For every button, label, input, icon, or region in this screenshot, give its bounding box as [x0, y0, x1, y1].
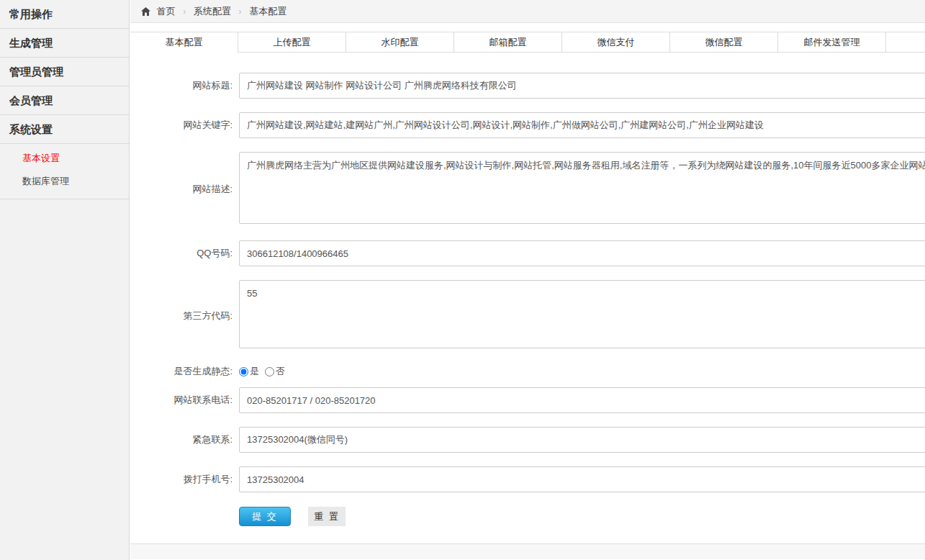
tab-bar: 基本配置 上传配置 水印配置 邮箱配置 微信支付 微信配置 邮件发送管理 — [130, 32, 925, 53]
submit-button[interactable]: 提 交 — [239, 507, 291, 526]
qq-input[interactable] — [239, 240, 925, 266]
breadcrumb-system-config[interactable]: 系统配置 — [194, 6, 231, 17]
static-gen-label: 是否生成静态: — [130, 365, 236, 378]
static-gen-no-label: 否 — [276, 365, 285, 378]
keywords-input[interactable] — [239, 112, 925, 138]
static-gen-no-radio[interactable] — [265, 367, 274, 376]
sidebar-item-admin-mgmt[interactable]: 管理员管理 — [0, 58, 129, 86]
static-gen-yes-radio[interactable] — [239, 367, 248, 376]
sidebar-item-generate-mgmt[interactable]: 生成管理 — [0, 29, 129, 58]
dial-mobile-input[interactable] — [239, 466, 925, 492]
sidebar-item-system-settings[interactable]: 系统设置 — [0, 115, 129, 144]
form-row-static-gen: 是否生成静态: 是 否 — [130, 365, 925, 378]
third-party-code-textarea[interactable]: 55 — [239, 280, 925, 348]
sidebar-submenu: 基本设置 数据库管理 — [0, 144, 129, 199]
breadcrumb-basic-config[interactable]: 基本配置 — [249, 6, 286, 17]
breadcrumb-separator: › — [183, 6, 186, 17]
tab-watermark-config[interactable]: 水印配置 — [346, 32, 454, 53]
form-row-third-party-code: 第三方代码: 55 — [130, 280, 925, 351]
sidebar: 常用操作 生成管理 管理员管理 会员管理 系统设置 基本设置 数据库管理 — [0, 0, 130, 560]
breadcrumb: 首页 › 系统配置 › 基本配置 — [130, 0, 925, 23]
contact-phone-label: 网站联系电话: — [130, 394, 236, 407]
qq-label: QQ号码: — [130, 247, 236, 260]
page-footer — [130, 543, 925, 559]
tab-partial[interactable] — [886, 32, 925, 53]
breadcrumb-separator: › — [239, 6, 242, 17]
form-row-description: 网站描述: 广州腾虎网络主营为广州地区提供网站建设服务,网站设计与制作,网站托管… — [130, 152, 925, 227]
tab-upload-config[interactable]: 上传配置 — [238, 32, 346, 53]
tab-basic-config[interactable]: 基本配置 — [130, 32, 238, 53]
site-title-label: 网站标题: — [130, 79, 236, 92]
main-area: 首页 › 系统配置 › 基本配置 基本配置 上传配置 水印配置 邮箱配置 微信支… — [130, 0, 925, 559]
dial-mobile-label: 拨打手机号: — [130, 473, 236, 486]
description-textarea[interactable]: 广州腾虎网络主营为广州地区提供网站建设服务,网站设计与制作,网站托管,网站服务器… — [239, 152, 925, 224]
site-title-input[interactable] — [239, 73, 925, 99]
keywords-label: 网站关键字: — [130, 119, 236, 132]
description-label: 网站描述: — [130, 183, 236, 196]
reset-button[interactable]: 重 置 — [308, 507, 346, 526]
form-actions: 提 交 重 置 — [239, 507, 925, 526]
sidebar-subitem-basic-settings[interactable]: 基本设置 — [0, 147, 129, 170]
contact-phone-input[interactable] — [239, 387, 925, 413]
breadcrumb-home[interactable]: 首页 — [157, 6, 176, 17]
sidebar-item-common-ops[interactable]: 常用操作 — [0, 0, 129, 29]
form-row-contact-phone: 网站联系电话: — [130, 387, 925, 413]
static-gen-yes-label: 是 — [250, 365, 259, 378]
form-row-qq: QQ号码: — [130, 240, 925, 266]
tab-wechat-config[interactable]: 微信配置 — [670, 32, 778, 53]
third-party-code-label: 第三方代码: — [130, 310, 236, 322]
form-row-emergency-contact: 紧急联系: — [130, 427, 925, 453]
emergency-contact-input[interactable] — [239, 427, 925, 453]
content-panel: 基本配置 上传配置 水印配置 邮箱配置 微信支付 微信配置 邮件发送管理 网站标… — [130, 23, 925, 543]
basic-config-form: 网站标题: 网站关键字: 网站描述: 广州腾虎网络主营为广州地区提供网站建设服务… — [130, 73, 925, 526]
tab-mail-send-mgmt[interactable]: 邮件发送管理 — [778, 32, 886, 53]
emergency-contact-label: 紧急联系: — [130, 433, 236, 446]
home-icon — [141, 1, 150, 24]
tab-wechat-pay[interactable]: 微信支付 — [562, 32, 670, 53]
form-row-keywords: 网站关键字: — [130, 112, 925, 138]
tab-mailbox-config[interactable]: 邮箱配置 — [454, 32, 562, 53]
form-row-site-title: 网站标题: — [130, 73, 925, 99]
sidebar-item-member-mgmt[interactable]: 会员管理 — [0, 86, 129, 115]
form-row-dial-mobile: 拨打手机号: — [130, 466, 925, 492]
sidebar-subitem-database-mgmt[interactable]: 数据库管理 — [0, 170, 129, 193]
